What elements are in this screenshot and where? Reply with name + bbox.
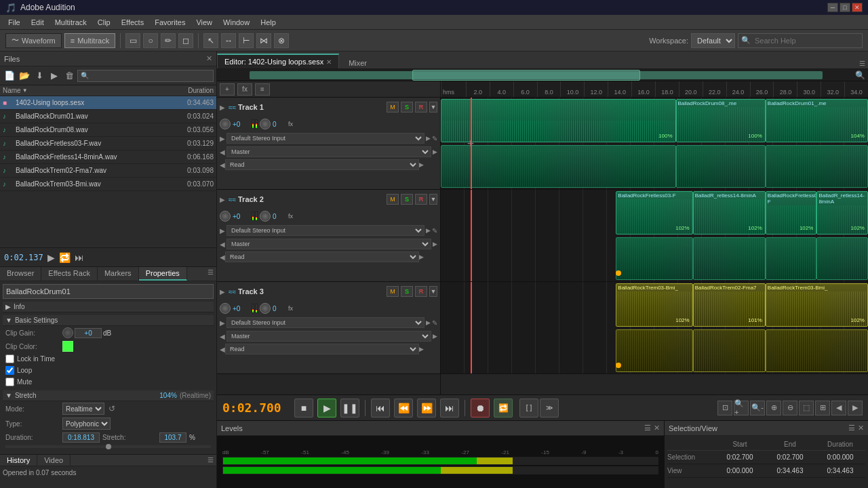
track-2-output-select[interactable]: Master [226,239,431,249]
tab-browser[interactable]: Browser [0,267,41,281]
zoom-in-btn[interactable]: 🔍+ [734,401,749,415]
mode-select[interactable]: Realtime [62,403,104,415]
track-add-btn[interactable]: + [220,83,235,96]
track-2-out-arrow[interactable]: ◀ [220,241,225,248]
track-1-output-expand[interactable]: ▶ [433,148,437,155]
track-3-edit-icon[interactable]: ✎ [432,319,437,327]
track-1-in-arrow[interactable]: ▶ [220,135,225,142]
track-3-pan-knob[interactable] [260,303,271,314]
tool-select[interactable]: ↖ [203,33,218,48]
tool-ellipse[interactable]: ○ [143,33,158,48]
track-1-clip-1b[interactable] [441,145,676,188]
tool-split[interactable]: ⊢ [239,33,254,48]
type-select[interactable]: Polyphonic [62,418,111,430]
list-item[interactable]: ♪ BalladRockTrem03-Bmi.wav 0:03.070 [0,178,216,191]
tool-pencil[interactable]: ✏ [161,33,176,48]
menu-effects[interactable]: Effects [116,17,149,28]
overview-handle[interactable] [412,70,640,81]
track-1-edit-icon[interactable]: ✎ [432,135,437,142]
track-2-automation-select[interactable]: Read [225,251,419,262]
info-section-header[interactable]: ▶ Info [3,302,214,312]
menu-multitrack[interactable]: Multitrack [50,17,92,28]
track-1-clip-2[interactable]: BalladRockDrum08_.me 100% [676,99,766,142]
track-3-mute-btn[interactable]: M [387,286,399,297]
menu-file[interactable]: File [3,17,26,28]
zoom-fit-btn[interactable]: ⊡ [717,401,732,415]
history-menu[interactable]: ☰ [205,455,216,466]
tab-editor-session[interactable]: Editor: 1402-Using loops.sesx ✕ [217,54,339,68]
loop-checkbox[interactable] [5,366,14,375]
track-2-solo-btn[interactable]: S [401,194,413,205]
track-3-output-expand[interactable]: ▶ [433,333,437,340]
transport-goto-end-btn[interactable]: ⏭ [440,399,459,418]
track-2-clip-d[interactable]: BalladR_retless14-8minA 102% [816,191,868,235]
selview-menu[interactable]: ☰ [848,424,855,432]
list-item[interactable]: ■ 1402-Using loops.sesx 0:34.463 [0,96,216,110]
clip-gain-knob[interactable] [62,327,73,338]
track-3-input-select[interactable]: Default Stereo Input [226,317,425,328]
track-3-record-btn[interactable]: R [415,286,427,297]
track-2-pan-knob[interactable] [260,211,271,222]
list-item[interactable]: ♪ BalladRockDrum08.wav 0:03.056 [0,123,216,137]
maximize-btn[interactable]: □ [840,3,850,12]
timeline-overview[interactable]: 🔍 [217,69,868,81]
tool-unknown[interactable]: ⊗ [274,33,289,48]
mute-checkbox[interactable] [5,378,14,386]
sv-view-start[interactable]: 0:00.000 [715,467,765,474]
editor-tab-close[interactable]: ✕ [326,58,332,66]
stretch-header[interactable]: ▼ Stretch 104% (Realtime) [3,390,214,401]
tab-video[interactable]: Video [37,455,71,466]
track-2-read-arrow-l[interactable]: ◀ [220,253,225,261]
transport-pause-btn[interactable]: ❚❚ [340,399,359,418]
transport-record-btn[interactable]: ⏺ [471,399,490,418]
track-2-vol-knob[interactable] [220,211,231,222]
track-2-output-expand[interactable]: ▶ [433,241,437,247]
zoom-sel-btn[interactable]: ⬚ [799,401,814,415]
track-fx-btn[interactable]: fx [237,83,252,96]
tab-properties[interactable]: Properties [139,267,187,281]
files-open-btn[interactable]: 📂 [18,69,31,83]
timeline-zoom-icon[interactable]: 🔍 [855,70,865,80]
track-2-clip-a[interactable]: BalladRockFretless03-F 102% [616,191,692,235]
clip-name-input[interactable] [3,284,214,299]
selview-close[interactable]: ✕ [858,424,864,432]
transport-stop-btn[interactable]: ■ [294,399,313,418]
tool-eraser[interactable]: ◻ [178,33,193,48]
track-3-read-arrow-r[interactable]: ▶ [419,346,424,352]
track-3-read-arrow-l[interactable]: ◀ [220,346,225,353]
zoom-scroll-right[interactable]: ▶ [848,401,863,415]
zoom-scroll-left[interactable]: ◀ [831,401,846,415]
mini-skip-btn[interactable]: ⏭ [75,252,84,263]
list-item[interactable]: ♪ BalladRockDrum01.wav 0:03.024 [0,110,216,123]
track-2-read-arrow-r[interactable]: ▶ [419,253,424,260]
track-2-timeline[interactable]: BalladRockFretless03-F 102% BalladR_retl… [441,190,868,282]
close-btn[interactable]: ✕ [852,3,863,12]
files-import-btn[interactable]: ⬇ [33,69,46,83]
transport-mix-btn[interactable]: ≫ [540,399,559,418]
files-search-input[interactable] [77,70,214,82]
sv-view-end[interactable]: 0:34.463 [765,467,815,474]
props-panel-menu[interactable]: ☰ [205,267,216,281]
track-2-expand[interactable]: ▶ [220,196,226,203]
mode-reset-icon[interactable]: ↺ [108,404,115,413]
track-3-clip-a[interactable]: BalladRockTrem03-Bmi_ 102% [616,283,692,327]
track-3-out-arrow[interactable]: ◀ [220,333,225,340]
sv-selection-end[interactable]: 0:02.700 [765,453,815,461]
track-3-solo-btn[interactable]: S [401,286,413,297]
track-1-fx-btn[interactable]: fx [288,121,293,127]
track-3-input-expand[interactable]: ▶ [426,319,431,326]
track-2-input-expand[interactable]: ▶ [426,227,431,234]
files-delete-btn[interactable]: 🗑 [62,69,76,83]
transport-rewind-btn[interactable]: ⏪ [394,399,413,418]
mini-loop-btn[interactable]: 🔁 [59,252,71,263]
workspace-select[interactable]: Default [691,33,735,48]
files-play-btn[interactable]: ▶ [47,69,61,83]
tab-effects-rack[interactable]: Effects Rack [41,267,98,281]
track-2-fx-btn[interactable]: fx [288,213,293,220]
levels-menu[interactable]: ☰ [644,424,651,432]
files-panel-close[interactable]: ✕ [206,54,212,63]
transport-goto-start-btn[interactable]: ⏮ [371,399,390,418]
track-2-record-btn[interactable]: R [415,194,427,205]
track-1-out-arrow[interactable]: ◀ [220,148,225,156]
tab-history[interactable]: History [0,455,37,466]
